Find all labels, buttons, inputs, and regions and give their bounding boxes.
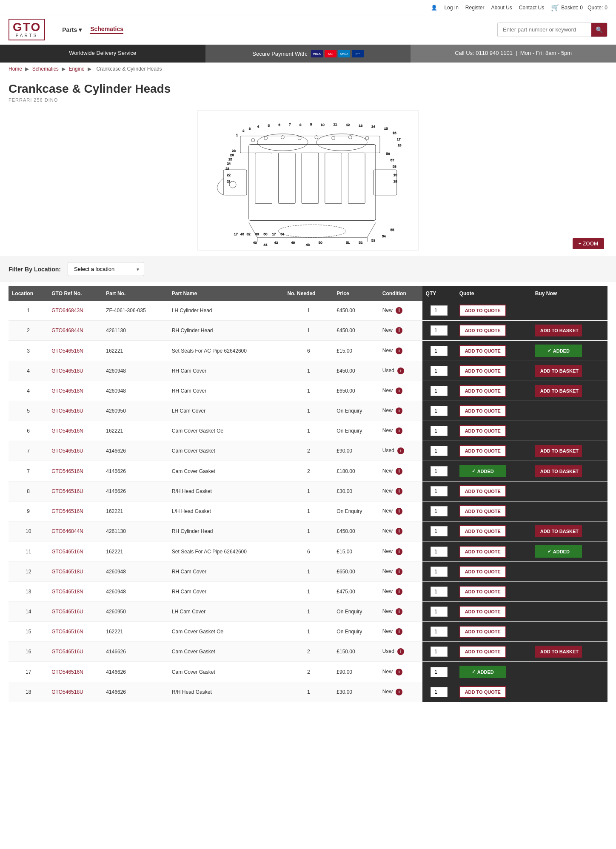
add-to-quote-button[interactable]: ADD TO QUOTE (459, 345, 506, 357)
condition-info-icon[interactable]: i (396, 348, 402, 354)
condition-info-icon[interactable]: i (396, 407, 402, 414)
nav-schematics-link[interactable]: Schematics (90, 26, 123, 34)
cell-part-no: ZF-4061-306-035 (103, 301, 168, 321)
qty-input[interactable] (431, 667, 448, 677)
condition-info-icon[interactable]: i (396, 427, 402, 434)
cell-part-no: 4260950 (103, 401, 168, 421)
add-to-quote-button[interactable]: ADD TO QUOTE (459, 405, 506, 417)
add-to-quote-button[interactable]: ADD TO QUOTE (459, 425, 506, 437)
qty-input[interactable] (431, 406, 448, 416)
quote-added-button[interactable]: ✓ADDED (459, 666, 506, 678)
qty-input[interactable] (431, 386, 448, 396)
about-link[interactable]: About Us (491, 5, 512, 11)
qty-input[interactable] (431, 305, 448, 316)
add-to-quote-button[interactable]: ADD TO QUOTE (459, 686, 506, 698)
qty-input[interactable] (431, 526, 448, 536)
svg-text:12: 12 (346, 123, 350, 127)
table-row: 7 GTO546516U 4146626 Cam Cover Gasket 2 … (9, 441, 607, 461)
condition-info-icon[interactable]: i (396, 307, 402, 314)
add-to-basket-button[interactable]: ADD TO BASKET (535, 445, 582, 457)
add-to-basket-button[interactable]: ADD TO BASKET (535, 365, 582, 377)
add-to-basket-button[interactable]: ADD TO BASKET (535, 385, 582, 397)
add-to-quote-button[interactable]: ADD TO QUOTE (459, 485, 506, 497)
condition-info-icon[interactable]: i (396, 488, 402, 495)
qty-input[interactable] (431, 426, 448, 436)
qty-input[interactable] (431, 466, 448, 476)
condition-info-icon[interactable]: i (396, 387, 402, 394)
qty-input[interactable] (431, 346, 448, 356)
add-to-quote-button[interactable]: ADD TO QUOTE (459, 505, 506, 517)
location-select[interactable]: Select a location 1234 5678 910 (68, 262, 144, 276)
qty-input[interactable] (431, 567, 448, 577)
search-button[interactable]: 🔍 (591, 23, 607, 37)
add-to-quote-button[interactable]: ADD TO QUOTE (459, 445, 506, 457)
breadcrumb-schematics[interactable]: Schematics (32, 66, 59, 72)
nav-parts-link[interactable]: Parts ▾ (62, 26, 82, 33)
logo[interactable]: GTO PARTS (9, 19, 45, 40)
qty-input[interactable] (431, 587, 448, 597)
condition-info-icon[interactable]: i (397, 648, 404, 655)
col-qty: QTY (422, 286, 456, 301)
breadcrumb-home[interactable]: Home (9, 66, 22, 72)
condition-info-icon[interactable]: i (397, 447, 404, 454)
qty-input[interactable] (431, 366, 448, 376)
qty-input[interactable] (431, 325, 448, 336)
cell-price: On Enquiry (333, 622, 379, 642)
cell-qty (422, 421, 456, 441)
breadcrumb-engine[interactable]: Engine (68, 66, 84, 72)
cell-price: £180.00 (333, 461, 379, 481)
condition-info-icon[interactable]: i (396, 327, 402, 334)
cell-gto-ref: GTO546516U (48, 602, 103, 622)
qty-input[interactable] (431, 687, 448, 697)
condition-info-icon[interactable]: i (396, 548, 402, 555)
add-to-quote-button[interactable]: ADD TO QUOTE (459, 525, 506, 537)
table-row: 8 GTO546516U 4146626 R/H Head Gasket 1 £… (9, 481, 607, 501)
add-to-quote-button[interactable]: ADD TO QUOTE (459, 385, 506, 397)
condition-info-icon[interactable]: i (396, 588, 402, 595)
condition-info-icon[interactable]: i (396, 508, 402, 515)
basket-added-button[interactable]: ✓ADDED (535, 545, 582, 558)
add-to-quote-button[interactable]: ADD TO QUOTE (459, 365, 506, 377)
add-to-quote-button[interactable]: ADD TO QUOTE (459, 566, 506, 578)
condition-info-icon[interactable]: i (396, 689, 402, 695)
condition-info-icon[interactable]: i (396, 608, 402, 615)
condition-info-icon[interactable]: i (397, 368, 404, 374)
add-to-basket-button[interactable]: ADD TO BASKET (535, 525, 582, 537)
svg-text:28: 28 (232, 149, 236, 153)
add-to-basket-button[interactable]: ADD TO BASKET (535, 465, 582, 477)
add-to-quote-button[interactable]: ADD TO QUOTE (459, 305, 506, 316)
add-to-basket-button[interactable]: ADD TO BASKET (535, 325, 582, 336)
schematic-image[interactable]: 1 2 3 4 5 6 7 8 9 10 11 12 13 14 15 16 1… (197, 110, 419, 251)
condition-info-icon[interactable]: i (396, 669, 402, 675)
qty-input[interactable] (431, 627, 448, 637)
condition-info-icon[interactable]: i (396, 568, 402, 575)
basket-added-button[interactable]: ✓ADDED (535, 345, 582, 357)
condition-info-icon[interactable]: i (396, 528, 402, 535)
search-input[interactable] (498, 23, 591, 36)
quote-added-button[interactable]: ✓ADDED (459, 465, 506, 477)
add-to-quote-button[interactable]: ADD TO QUOTE (459, 325, 506, 336)
qty-input[interactable] (431, 486, 448, 496)
cell-buy (532, 481, 607, 501)
add-to-quote-button[interactable]: ADD TO QUOTE (459, 586, 506, 598)
qty-input[interactable] (431, 607, 448, 617)
qty-input[interactable] (431, 647, 448, 657)
login-link[interactable]: Log In (444, 5, 458, 11)
condition-info-icon[interactable]: i (396, 628, 402, 635)
qty-input[interactable] (431, 547, 448, 557)
cell-part-name: Cam Cover Gasket (168, 441, 284, 461)
cell-gto-ref: GTO546516U (48, 642, 103, 662)
qty-input[interactable] (431, 506, 448, 516)
add-to-quote-button[interactable]: ADD TO QUOTE (459, 646, 506, 658)
add-to-quote-button[interactable]: ADD TO QUOTE (459, 546, 506, 558)
cell-price: £15.00 (333, 541, 379, 562)
add-to-quote-button[interactable]: ADD TO QUOTE (459, 626, 506, 638)
condition-info-icon[interactable]: i (396, 468, 402, 475)
add-to-quote-button[interactable]: ADD TO QUOTE (459, 606, 506, 618)
zoom-button[interactable]: + ZOOM (573, 238, 604, 249)
register-link[interactable]: Register (465, 5, 485, 11)
contact-link[interactable]: Contact Us (519, 5, 544, 11)
qty-input[interactable] (431, 446, 448, 456)
svg-text:55: 55 (391, 228, 394, 232)
add-to-basket-button[interactable]: ADD TO BASKET (535, 646, 582, 658)
